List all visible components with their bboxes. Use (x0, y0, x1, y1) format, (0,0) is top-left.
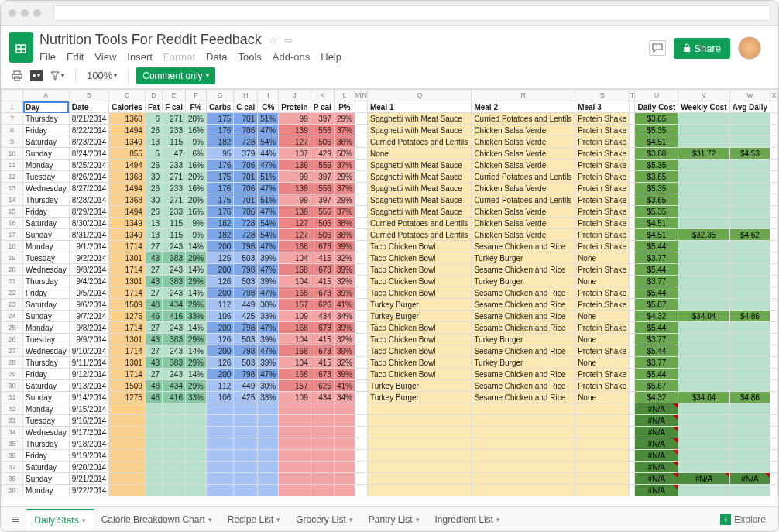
cell[interactable]: $5.35 (635, 183, 678, 194)
cell[interactable]: 8/28/2014 (69, 194, 109, 206)
cell[interactable]: 556 (311, 206, 334, 218)
cell[interactable]: 39% (258, 357, 279, 369)
cell[interactable] (770, 241, 778, 252)
cell[interactable] (770, 357, 778, 369)
cell[interactable]: Chicken Salsa Verde (472, 136, 575, 148)
cell[interactable] (185, 485, 206, 496)
cell[interactable]: Protein Shake (575, 125, 630, 136)
cell[interactable]: Tuesday (23, 415, 70, 427)
cell[interactable]: 29% (334, 171, 355, 183)
cell[interactable]: 27 (145, 264, 162, 276)
cell[interactable]: 139 (279, 125, 311, 136)
sheet-tab[interactable]: Calorie Breakdown Chart ▾ (94, 509, 220, 530)
cell[interactable]: 1275 (109, 392, 145, 403)
cell[interactable] (575, 438, 630, 450)
cell[interactable]: 29% (185, 276, 206, 287)
cell[interactable] (334, 403, 355, 415)
cell[interactable]: 8/24/2014 (69, 148, 109, 160)
cell[interactable] (355, 194, 367, 206)
col-header[interactable]: C (109, 90, 145, 101)
cell[interactable] (729, 171, 770, 183)
cell[interactable] (234, 415, 258, 427)
cell[interactable]: 556 (311, 125, 334, 136)
cell[interactable]: #N/A (635, 415, 678, 427)
cell[interactable]: Taco Chicken Bowl (367, 241, 471, 252)
cell[interactable]: Turkey Burger (472, 334, 575, 345)
cell[interactable] (770, 322, 778, 334)
cell[interactable]: Curried Potatoes and Lentils (472, 194, 575, 206)
cell[interactable] (279, 450, 311, 462)
cell[interactable]: #N/A (678, 473, 729, 485)
chevron-down-icon[interactable]: ▾ (276, 516, 280, 523)
cell[interactable]: 200 (206, 322, 233, 334)
cell[interactable]: 1494 (109, 206, 145, 218)
cell[interactable]: $5.44 (635, 369, 678, 380)
cell[interactable]: 503 (234, 334, 258, 345)
cell[interactable]: 798 (234, 287, 258, 299)
row-header[interactable]: 31 (2, 392, 23, 403)
cell[interactable]: 673 (311, 322, 334, 334)
cell[interactable]: 106 (206, 392, 233, 403)
cell[interactable]: 39% (334, 241, 355, 252)
cell[interactable] (311, 403, 334, 415)
cell[interactable]: 32% (334, 334, 355, 345)
cell[interactable]: $3.77 (635, 357, 678, 369)
cell[interactable]: 157 (279, 380, 311, 392)
cell[interactable] (678, 264, 729, 276)
cell[interactable]: 29% (185, 252, 206, 264)
cell[interactable]: 37% (334, 125, 355, 136)
cell[interactable] (729, 287, 770, 299)
cell[interactable]: 37% (334, 183, 355, 194)
cell[interactable]: Day (23, 101, 70, 113)
cell[interactable]: 168 (279, 345, 311, 357)
cell[interactable]: 1301 (109, 276, 145, 287)
cell[interactable] (279, 403, 311, 415)
cell[interactable] (770, 462, 778, 473)
cell[interactable]: 16% (185, 206, 206, 218)
cell[interactable]: 109 (279, 311, 311, 322)
cell[interactable]: 233 (163, 206, 186, 218)
hide-menus-icon[interactable]: ▪▾ (30, 70, 43, 81)
cell[interactable] (729, 334, 770, 345)
cell[interactable]: 9/17/2014 (69, 427, 109, 438)
cell[interactable] (678, 241, 729, 252)
cell[interactable]: 14% (185, 287, 206, 299)
cell[interactable]: 1714 (109, 287, 145, 299)
cell[interactable] (185, 415, 206, 427)
cell[interactable] (355, 252, 367, 264)
cell[interactable]: Protein Shake (575, 229, 630, 241)
cell[interactable]: 139 (279, 160, 311, 171)
cell[interactable]: 8/27/2014 (69, 183, 109, 194)
cell[interactable] (311, 462, 334, 473)
cell[interactable]: 397 (311, 113, 334, 125)
cell[interactable]: 43 (145, 357, 162, 369)
cell[interactable]: Turkey Burger (367, 311, 471, 322)
cell[interactable]: Curried Potatoes and Lentils (367, 229, 471, 241)
cell[interactable] (770, 276, 778, 287)
cell[interactable]: Protein Shake (575, 322, 630, 334)
cell[interactable] (770, 415, 778, 427)
cell[interactable]: 44% (258, 148, 279, 160)
cell[interactable] (279, 485, 311, 496)
cell[interactable]: 728 (234, 229, 258, 241)
cell[interactable]: 8/26/2014 (69, 171, 109, 183)
cell[interactable]: 39% (334, 322, 355, 334)
cell[interactable]: 673 (311, 369, 334, 380)
cell[interactable] (678, 485, 729, 496)
menu-file[interactable]: File (39, 51, 56, 63)
cell[interactable]: 27 (145, 369, 162, 380)
cell[interactable] (630, 160, 635, 171)
cell[interactable]: $3.77 (635, 334, 678, 345)
cell[interactable]: 449 (234, 380, 258, 392)
cell[interactable]: Sesame Chicken and Rice (472, 392, 575, 403)
cell[interactable]: Saturday (23, 136, 70, 148)
menu-view[interactable]: View (94, 51, 116, 63)
cell[interactable] (355, 311, 367, 322)
cell[interactable] (770, 148, 778, 160)
doc-title[interactable]: Nutrition Tools For Reddit Feedback ☆ ⇨ (39, 32, 649, 48)
cell[interactable] (678, 403, 729, 415)
cell[interactable]: 9/4/2014 (69, 276, 109, 287)
cell[interactable]: Weekly Cost (678, 101, 729, 113)
cell[interactable]: $5.35 (635, 160, 678, 171)
cell[interactable] (311, 438, 334, 450)
